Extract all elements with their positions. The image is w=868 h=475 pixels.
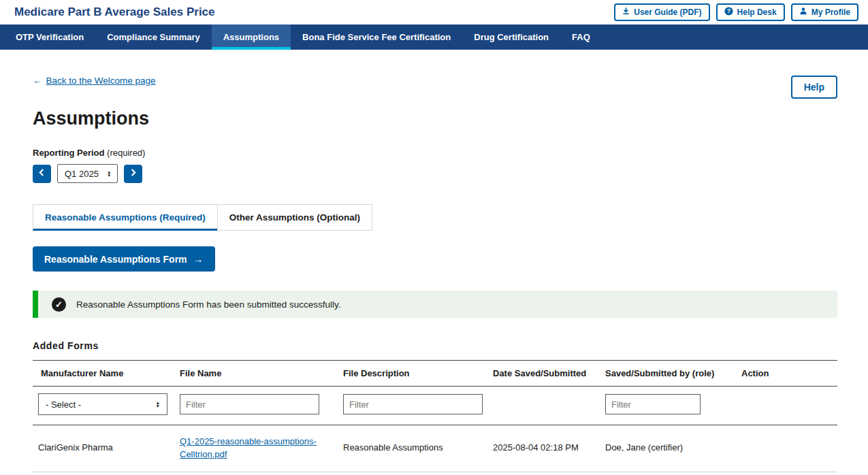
check-glyph: ✓ [55, 299, 63, 310]
file-name-link[interactable]: Q1-2025-reasonable-assumptions-Celltrion… [180, 436, 317, 459]
table-row: ClariGenix Pharma Q1-2025-asp-assumption… [33, 472, 837, 475]
nav-item-label: Assumptions [223, 32, 279, 42]
nav-item-compliance-summary[interactable]: Compliance Summary [95, 24, 212, 50]
reasonable-assumptions-form-button-label: Reasonable Assumptions Form [44, 254, 187, 265]
success-alert: ✓ Reasonable Assumptions Form has been s… [33, 291, 837, 318]
chevron-left-icon [37, 168, 46, 179]
manufacturer-filter-value: - Select - [46, 399, 81, 410]
table-filter-row: - Select - ▲ ▼ [33, 387, 837, 425]
help-button[interactable]: Help [791, 76, 837, 99]
back-row: ← Back to the Welcome page Help [33, 76, 837, 99]
tab-reasonable-assumptions[interactable]: Reasonable Assumptions (Required) [33, 204, 218, 231]
help-desk-button[interactable]: ? Help Desk [716, 3, 785, 21]
select-stepper-icon: ▲ ▼ [107, 170, 111, 177]
arrow-left-icon: ← [33, 76, 42, 86]
user-guide-button[interactable]: User Guide (PDF) [614, 3, 709, 21]
back-to-welcome-link[interactable]: ← Back to the Welcome page [33, 76, 156, 86]
cell-manufacturer-name: ClariGenix Pharma [33, 425, 174, 472]
page-title: Assumptions [33, 108, 837, 129]
nav-item-otp-verification[interactable]: OTP Verification [4, 24, 95, 50]
tab-other-assumptions[interactable]: Other Assumptions (Optional) [217, 204, 372, 231]
nav-item-label: Bona Fide Service Fee Certification [302, 32, 451, 42]
check-circle-icon: ✓ [52, 297, 66, 312]
cell-manufacturer-name: ClariGenix Pharma [33, 472, 174, 475]
reasonable-assumptions-form-button[interactable]: Reasonable Assumptions Form → [33, 246, 215, 272]
primary-nav: OTP Verification Compliance Summary Assu… [0, 24, 868, 50]
reporting-period-label: Reporting Period (required) [33, 148, 837, 158]
my-profile-label: My Profile [811, 7, 850, 17]
user-guide-label: User Guide (PDF) [634, 7, 701, 17]
arrow-right-icon: → [193, 253, 204, 265]
nav-item-drug-certification[interactable]: Drug Certification [462, 24, 560, 50]
header-actions: User Guide (PDF) ? Help Desk My Profile [614, 3, 858, 21]
nav-item-label: OTP Verification [16, 32, 84, 42]
person-icon [799, 7, 807, 17]
caret-down-icon: ▼ [107, 174, 111, 177]
cell-saved-submitted-by: Doe, Jane (certifier) [600, 425, 736, 472]
nav-item-assumptions[interactable]: Assumptions [212, 24, 291, 50]
assumptions-tabs: Reasonable Assumptions (Required) Other … [33, 204, 837, 231]
nav-item-bona-fide-service-fee-certification[interactable]: Bona Fide Service Fee Certification [291, 24, 462, 50]
download-icon [622, 7, 630, 17]
cell-file-description: Reasonable Assumptions [338, 425, 487, 472]
help-desk-label: Help Desk [737, 7, 777, 17]
success-alert-message: Reasonable Assumptions Form has been sub… [76, 299, 340, 310]
cell-file-description: Other Assumptions [338, 472, 487, 475]
table-row: ClariGenix Pharma Q1-2025-reasonable-ass… [33, 425, 837, 472]
svg-text:?: ? [727, 7, 730, 14]
nav-item-label: Compliance Summary [107, 32, 200, 42]
top-header: Medicare Part B Average Sales Price User… [0, 0, 868, 24]
caret-down-icon: ▼ [156, 404, 160, 408]
cell-date-saved-submitted: 2025-08-04 02:18 PM [487, 425, 600, 472]
added-forms-table: Manufacturer Name File Name File Descrip… [33, 360, 837, 475]
manufacturer-filter-select[interactable]: - Select - ▲ ▼ [38, 393, 167, 415]
reporting-period-value: Q1 2025 [65, 169, 99, 179]
reporting-period-label-text: Reporting Period [33, 148, 104, 158]
nav-item-label: FAQ [572, 32, 590, 42]
file-description-filter-input[interactable] [343, 394, 483, 414]
cell-action [736, 425, 837, 472]
reporting-period-controls: Q1 2025 ▲ ▼ [33, 164, 837, 183]
back-link-label: Back to the Welcome page [46, 76, 156, 86]
file-name-filter-input[interactable] [180, 394, 319, 414]
next-period-button[interactable] [124, 165, 142, 183]
reporting-period-required-note: (required) [107, 148, 145, 158]
my-profile-button[interactable]: My Profile [791, 3, 858, 21]
app-title: Medicare Part B Average Sales Price [14, 5, 215, 19]
column-header-file-name: File Name [174, 361, 338, 387]
cell-saved-submitted-by: Doe, Jane (certifier) [600, 472, 736, 475]
previous-period-button[interactable] [33, 165, 51, 183]
help-icon: ? [724, 7, 733, 18]
column-header-saved-submitted-by: Saved/Submitted by (role) [600, 361, 736, 387]
column-header-action: Action [736, 361, 837, 387]
select-stepper-icon: ▲ ▼ [156, 401, 160, 408]
cell-action [736, 472, 837, 475]
nav-item-faq[interactable]: FAQ [560, 24, 602, 50]
main-content: ← Back to the Welcome page Help Assumpti… [0, 76, 868, 475]
table-header-row: Manufacturer Name File Name File Descrip… [33, 361, 837, 387]
reporting-period-select[interactable]: Q1 2025 ▲ ▼ [57, 164, 118, 183]
nav-item-label: Drug Certification [474, 32, 549, 42]
column-header-file-description: File Description [338, 361, 487, 387]
added-forms-title: Added Forms [33, 340, 837, 351]
saved-by-filter-input[interactable] [605, 394, 701, 414]
chevron-right-icon [129, 168, 138, 179]
column-header-date-saved-submitted: Date Saved/Submitted [487, 361, 600, 387]
column-header-manufacturer-name: Manufacturer Name [33, 361, 174, 387]
cell-date-saved-submitted: 2025-08-01 02:18 PM [487, 472, 600, 475]
